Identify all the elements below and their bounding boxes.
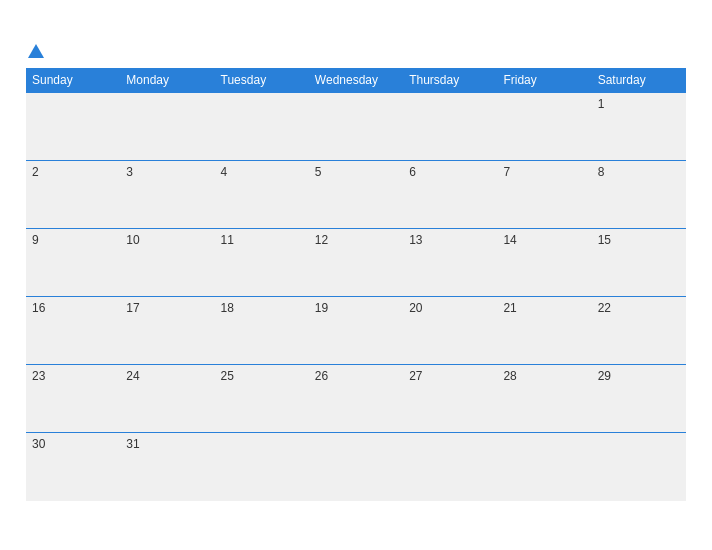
day-number: 2 [32, 165, 39, 179]
day-number: 29 [598, 369, 611, 383]
calendar-week-row: 1 [26, 93, 686, 161]
calendar-header [26, 44, 686, 60]
day-number: 23 [32, 369, 45, 383]
day-number: 15 [598, 233, 611, 247]
day-number: 1 [598, 97, 605, 111]
calendar-day-cell [592, 433, 686, 501]
calendar-day-cell: 4 [215, 161, 309, 229]
day-number: 26 [315, 369, 328, 383]
calendar-week-row: 23242526272829 [26, 365, 686, 433]
calendar-week-row: 2345678 [26, 161, 686, 229]
calendar-day-cell: 1 [592, 93, 686, 161]
calendar-body: 1234567891011121314151617181920212223242… [26, 93, 686, 501]
calendar-day-cell [403, 433, 497, 501]
calendar-day-cell: 14 [497, 229, 591, 297]
calendar-day-cell: 15 [592, 229, 686, 297]
calendar-day-cell: 31 [120, 433, 214, 501]
day-number: 19 [315, 301, 328, 315]
calendar-day-cell: 6 [403, 161, 497, 229]
calendar-week-row: 3031 [26, 433, 686, 501]
weekday-header-wednesday: Wednesday [309, 68, 403, 93]
day-number: 14 [503, 233, 516, 247]
calendar-day-cell: 5 [309, 161, 403, 229]
calendar-day-cell: 17 [120, 297, 214, 365]
calendar-day-cell: 8 [592, 161, 686, 229]
day-number: 8 [598, 165, 605, 179]
day-number: 25 [221, 369, 234, 383]
day-number: 4 [221, 165, 228, 179]
calendar-day-cell: 18 [215, 297, 309, 365]
calendar-header-row: SundayMondayTuesdayWednesdayThursdayFrid… [26, 68, 686, 93]
day-number: 20 [409, 301, 422, 315]
calendar-day-cell: 24 [120, 365, 214, 433]
calendar-day-cell: 11 [215, 229, 309, 297]
calendar-container: SundayMondayTuesdayWednesdayThursdayFrid… [11, 34, 701, 516]
day-number: 9 [32, 233, 39, 247]
day-number: 28 [503, 369, 516, 383]
day-number: 16 [32, 301, 45, 315]
calendar-day-cell: 7 [497, 161, 591, 229]
day-number: 24 [126, 369, 139, 383]
weekday-header-friday: Friday [497, 68, 591, 93]
day-number: 5 [315, 165, 322, 179]
weekday-header-tuesday: Tuesday [215, 68, 309, 93]
day-number: 13 [409, 233, 422, 247]
day-number: 31 [126, 437, 139, 451]
day-number: 11 [221, 233, 234, 247]
day-number: 17 [126, 301, 139, 315]
calendar-day-cell: 26 [309, 365, 403, 433]
calendar-day-cell: 2 [26, 161, 120, 229]
calendar-day-cell: 23 [26, 365, 120, 433]
calendar-day-cell: 9 [26, 229, 120, 297]
day-number: 7 [503, 165, 510, 179]
calendar-day-cell [26, 93, 120, 161]
calendar-day-cell [120, 93, 214, 161]
day-number: 18 [221, 301, 234, 315]
calendar-day-cell [309, 93, 403, 161]
calendar-day-cell: 16 [26, 297, 120, 365]
calendar-day-cell: 19 [309, 297, 403, 365]
day-number: 22 [598, 301, 611, 315]
calendar-day-cell: 29 [592, 365, 686, 433]
calendar-day-cell [215, 93, 309, 161]
calendar-week-row: 9101112131415 [26, 229, 686, 297]
calendar-table: SundayMondayTuesdayWednesdayThursdayFrid… [26, 68, 686, 501]
weekday-header-thursday: Thursday [403, 68, 497, 93]
calendar-day-cell: 28 [497, 365, 591, 433]
calendar-day-cell: 13 [403, 229, 497, 297]
weekday-header-monday: Monday [120, 68, 214, 93]
calendar-day-cell: 25 [215, 365, 309, 433]
day-number: 10 [126, 233, 139, 247]
calendar-day-cell [309, 433, 403, 501]
calendar-day-cell: 27 [403, 365, 497, 433]
calendar-day-cell: 3 [120, 161, 214, 229]
weekday-header-saturday: Saturday [592, 68, 686, 93]
calendar-day-cell [215, 433, 309, 501]
day-number: 12 [315, 233, 328, 247]
calendar-day-cell [497, 93, 591, 161]
logo [26, 44, 44, 60]
calendar-day-cell: 30 [26, 433, 120, 501]
calendar-day-cell: 22 [592, 297, 686, 365]
weekday-header-sunday: Sunday [26, 68, 120, 93]
calendar-day-cell [497, 433, 591, 501]
logo-triangle-icon [28, 44, 44, 58]
day-number: 21 [503, 301, 516, 315]
calendar-week-row: 16171819202122 [26, 297, 686, 365]
day-number: 27 [409, 369, 422, 383]
day-number: 3 [126, 165, 133, 179]
calendar-day-cell: 10 [120, 229, 214, 297]
calendar-day-cell: 20 [403, 297, 497, 365]
calendar-day-cell: 12 [309, 229, 403, 297]
calendar-day-cell: 21 [497, 297, 591, 365]
day-number: 30 [32, 437, 45, 451]
calendar-day-cell [403, 93, 497, 161]
day-number: 6 [409, 165, 416, 179]
